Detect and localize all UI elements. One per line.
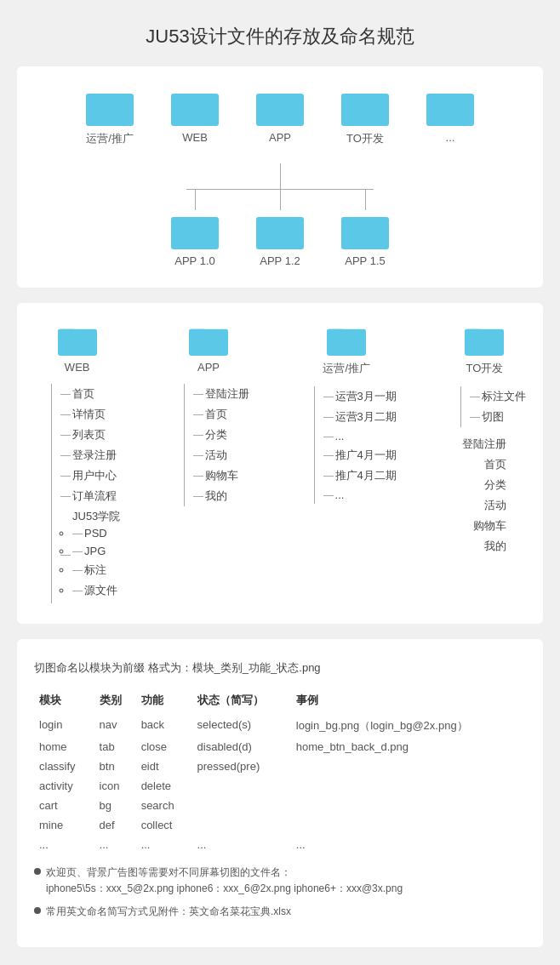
- org-col-header: APP: [167, 323, 249, 374]
- folder-item: APP 1.2: [237, 210, 323, 267]
- list-item: ...: [323, 427, 397, 445]
- bullet-icon: [34, 907, 41, 914]
- svg-rect-17: [58, 330, 71, 334]
- list-item: 标注: [72, 560, 120, 580]
- folder-icon: [341, 87, 389, 126]
- org-wrapper: WEB首页详情页列表页登录注册用户中心订单流程JU53学院PSDJPG标注源文件…: [34, 323, 526, 603]
- list-item: 列表页: [60, 425, 120, 445]
- folder-label: APP: [197, 361, 220, 374]
- org-col-app: APP登陆注册首页分类活动购物车我的: [167, 323, 249, 506]
- folder-icon: [256, 210, 304, 249]
- sub-folder-wrapper: APP 1.5: [323, 190, 408, 267]
- table-cell: pressed(pre): [192, 757, 291, 776]
- folder-icon: [327, 323, 366, 356]
- svg-rect-7: [342, 95, 359, 100]
- table-row: ...............: [34, 835, 526, 854]
- table-cell: btn: [94, 757, 136, 776]
- table-cell: login_bg.png（login_bg@2x.png）: [291, 715, 526, 737]
- tree-v-line: [280, 163, 281, 189]
- table-header: 事例: [291, 689, 526, 715]
- table-cell: ...: [291, 835, 526, 854]
- folder-icon: [86, 87, 134, 126]
- table-cell: mine: [34, 815, 94, 835]
- list-item: 购物车: [193, 465, 249, 486]
- table-cell: ...: [136, 835, 192, 854]
- list-item: 活动: [462, 495, 506, 516]
- list-item: 运营3月二期: [323, 407, 397, 427]
- bullet-icon: [34, 868, 41, 875]
- folder-item: TO开发: [323, 87, 408, 146]
- list-item: 购物车: [462, 516, 506, 536]
- table-cell: icon: [94, 776, 136, 796]
- list-item: 用户中心: [60, 465, 120, 486]
- table-cell: [291, 776, 526, 796]
- table-cell: home: [34, 737, 94, 757]
- list-item: 推广4月一期: [323, 445, 397, 465]
- sub-v-line: [280, 190, 281, 210]
- table-cell: classify: [34, 757, 94, 776]
- note-item: 常用英文命名简写方式见附件：英文命名菜花宝典.xlsx: [34, 904, 526, 920]
- folder-label: WEB: [182, 131, 208, 144]
- table-header: 模块: [34, 689, 94, 715]
- sub-branch: PSDJPG标注源文件: [72, 524, 120, 601]
- folder-label: APP: [269, 131, 291, 144]
- folder-icon: [341, 210, 389, 249]
- list-item: 首页: [193, 404, 249, 425]
- list-item: 登陆注册: [462, 434, 506, 454]
- section1-card: 运营/推广 WEB APP TO开发 ... APP 1.0 APP 1.2 A…: [17, 66, 543, 288]
- svg-rect-9: [427, 95, 444, 100]
- folder-label: TO开发: [346, 131, 384, 146]
- list-item: 我的: [462, 536, 506, 557]
- table-cell: [291, 796, 526, 815]
- table-row: loginnavbackselected(s)login_bg.png（logi…: [34, 715, 526, 737]
- table-cell: delete: [136, 776, 192, 796]
- table-cell: nav: [94, 715, 136, 737]
- table-header: 功能: [136, 689, 192, 715]
- list-item: 登录注册: [60, 445, 120, 465]
- table-cell: activity: [34, 776, 94, 796]
- table-cell: ...: [94, 835, 136, 854]
- table-cell: bg: [94, 796, 136, 815]
- sub-folder-wrapper: APP 1.2: [237, 190, 323, 267]
- org-col-marketing: 运营/推广运营3月一期运营3月二期...推广4月一期推广4月二期...: [297, 323, 397, 504]
- svg-rect-11: [172, 219, 189, 224]
- folder-label: APP 1.2: [260, 254, 300, 267]
- to-dev-top-list: 标注文件切图: [460, 386, 526, 427]
- web-list: 首页详情页列表页登录注册用户中心订单流程JU53学院PSDJPG标注源文件: [51, 384, 120, 603]
- folder-item: WEB: [152, 87, 237, 144]
- folder-item: APP 1.5: [323, 210, 408, 267]
- note-text: 常用英文命名简写方式见附件：英文命名菜花宝典.xlsx: [46, 904, 291, 920]
- tree-section: APP 1.0 APP 1.2 APP 1.5: [34, 163, 526, 267]
- table-intro: 切图命名以模块为前缀 格式为：模块_类别_功能_状态.png: [34, 660, 526, 677]
- table-cell: [192, 796, 291, 815]
- svg-rect-3: [172, 95, 189, 100]
- section2-card: WEB首页详情页列表页登录注册用户中心订单流程JU53学院PSDJPG标注源文件…: [17, 303, 543, 624]
- org-col-web: WEB首页详情页列表页登录注册用户中心订单流程JU53学院PSDJPG标注源文件: [34, 323, 120, 603]
- sub-folder-wrapper: APP 1.0: [152, 190, 237, 267]
- svg-rect-23: [466, 330, 479, 334]
- folder-icon: [426, 87, 474, 126]
- note-text: 欢迎页、背景广告图等需要对不同屏幕切图的文件名： iphone5\5s：xxx_…: [46, 865, 403, 897]
- table-cell: back: [136, 715, 192, 737]
- folder-label: ...: [446, 131, 455, 144]
- folder-icon: [171, 87, 219, 126]
- app-list: 登陆注册首页分类活动购物车我的: [184, 384, 249, 506]
- list-item: 首页: [60, 384, 120, 404]
- sub-v-line: [365, 190, 366, 210]
- list-item: 源文件: [72, 580, 120, 601]
- top-folder-row: 运营/推广 WEB APP TO开发 ...: [34, 87, 526, 146]
- table-cell: ...: [192, 835, 291, 854]
- folder-label: 运营/推广: [323, 361, 370, 376]
- sub-v-line: [195, 190, 196, 210]
- list-item: PSD: [72, 524, 120, 542]
- svg-rect-21: [328, 330, 341, 334]
- table-cell: [291, 815, 526, 835]
- org-col-header: TO开发: [443, 323, 526, 376]
- org-col-header: WEB: [34, 323, 120, 374]
- tree-h-line: [186, 189, 374, 190]
- list-item: JU53学院PSDJPG标注源文件: [60, 506, 120, 603]
- folder-item: 运营/推广: [67, 87, 152, 146]
- table-cell: ...: [34, 835, 94, 854]
- table-cell: [192, 815, 291, 835]
- list-item: 我的: [193, 486, 249, 506]
